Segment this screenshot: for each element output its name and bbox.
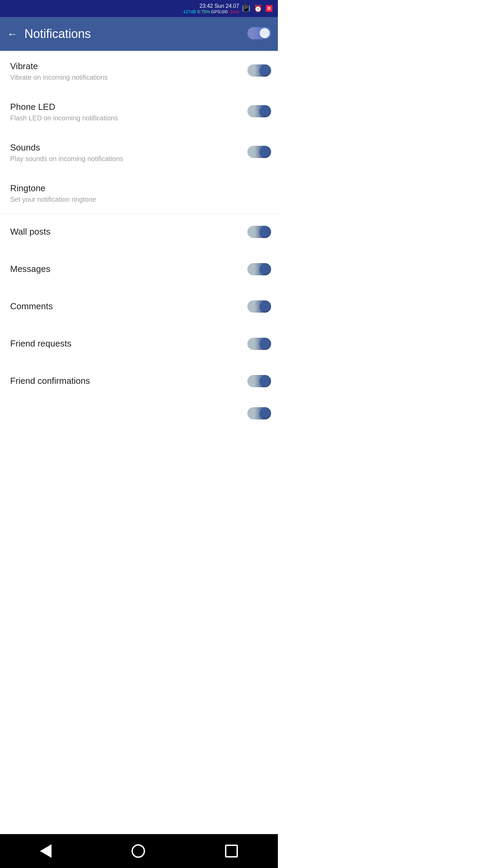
app-bar: ← Notifications: [0, 17, 278, 51]
toggle-friend-confirmations[interactable]: [247, 375, 271, 389]
settings-subtitle-phone-led: Flash LED on incoming notifications: [10, 114, 244, 122]
toggle-messages[interactable]: [247, 263, 271, 277]
master-toggle-switch[interactable]: [247, 27, 271, 39]
settings-item-sounds[interactable]: SoundsPlay sounds on incoming notificati…: [0, 132, 278, 173]
toggle-wall-posts[interactable]: [247, 226, 271, 239]
toggle-switch-friend-confirmations[interactable]: [247, 375, 271, 387]
bottom-partial-knob: [260, 408, 270, 418]
bottom-partial-toggle[interactable]: [247, 407, 271, 419]
settings-title-phone-led: Phone LED: [10, 102, 244, 112]
settings-item-content-wall-posts: Wall posts: [10, 226, 244, 239]
gps-info: GPS:0/0: [211, 9, 228, 15]
toggle-switch-wall-posts[interactable]: [247, 226, 271, 238]
settings-subtitle-ringtone: Set your notification ringtone: [10, 196, 271, 203]
status-icons: 📳 ⏰ R: [242, 4, 272, 13]
settings-title-friend-confirmations: Friend confirmations: [10, 376, 244, 386]
settings-item-content-friend-confirmations: Friend confirmations: [10, 376, 244, 388]
toggle-switch-phone-led[interactable]: [247, 105, 271, 117]
page-title: Notifications: [24, 27, 271, 41]
settings-title-friend-requests: Friend requests: [10, 338, 244, 349]
settings-item-content-comments: Comments: [10, 301, 244, 314]
settings-item-content-vibrate: VibrateVibrate on incoming notifications: [10, 61, 244, 81]
toggle-vibrate[interactable]: [247, 64, 271, 78]
toggle-phone-led[interactable]: [247, 105, 271, 119]
bottom-toggle-hint: [0, 400, 278, 428]
battery-status-icon: R: [266, 5, 272, 12]
settings-item-friend-confirmations[interactable]: Friend confirmations: [0, 363, 278, 400]
toggle-knob-vibrate: [260, 65, 270, 76]
toggle-knob-wall-posts: [260, 227, 270, 237]
settings-item-vibrate[interactable]: VibrateVibrate on incoming notifications: [0, 51, 278, 92]
vibrate-status-icon: 📳: [242, 4, 250, 13]
current-info: -1mA: [229, 9, 239, 15]
toggle-knob-friend-requests: [260, 339, 270, 349]
signal-db: -127dB: [182, 9, 196, 15]
settings-item-ringtone[interactable]: RingtoneSet your notification ringtone: [0, 173, 278, 214]
toggle-friend-requests[interactable]: [247, 338, 271, 351]
settings-title-vibrate: Vibrate: [10, 61, 244, 72]
settings-item-friend-requests[interactable]: Friend requests: [0, 326, 278, 363]
settings-item-wall-posts[interactable]: Wall posts: [0, 214, 278, 251]
toggle-switch-friend-requests[interactable]: [247, 338, 271, 350]
back-button[interactable]: ←: [7, 28, 18, 39]
settings-item-comments[interactable]: Comments: [0, 289, 278, 326]
toggle-knob-friend-confirmations: [260, 376, 270, 386]
toggle-comments[interactable]: [247, 300, 271, 314]
settings-list: VibrateVibrate on incoming notifications…: [0, 51, 278, 428]
settings-title-wall-posts: Wall posts: [10, 226, 244, 237]
settings-title-sounds: Sounds: [10, 142, 244, 153]
status-time: 23:42 Sun 24.07: [199, 3, 239, 9]
settings-item-phone-led[interactable]: Phone LEDFlash LED on incoming notificat…: [0, 92, 278, 132]
toggle-knob-comments: [260, 301, 270, 312]
toggle-switch-vibrate[interactable]: [247, 64, 271, 77]
settings-item-messages[interactable]: Messages: [0, 251, 278, 289]
settings-item-content-sounds: SoundsPlay sounds on incoming notificati…: [10, 142, 244, 163]
settings-title-messages: Messages: [10, 264, 244, 274]
battery-pct: S:75%: [197, 9, 210, 15]
settings-subtitle-sounds: Play sounds on incoming notifications: [10, 155, 244, 163]
status-bar: 23:42 Sun 24.07 -127dB S:75% GPS:0/0 -1m…: [0, 0, 278, 17]
settings-item-content-phone-led: Phone LEDFlash LED on incoming notificat…: [10, 102, 244, 122]
master-toggle[interactable]: [247, 27, 271, 41]
settings-title-comments: Comments: [10, 301, 244, 312]
settings-item-content-friend-requests: Friend requests: [10, 338, 244, 351]
toggle-switch-messages[interactable]: [247, 263, 271, 275]
toggle-knob-messages: [260, 264, 270, 274]
status-signal: -127dB S:75% GPS:0/0 -1mA: [182, 9, 239, 15]
toggle-knob-sounds: [260, 147, 270, 157]
settings-item-content-ringtone: RingtoneSet your notification ringtone: [10, 183, 271, 203]
settings-subtitle-vibrate: Vibrate on incoming notifications: [10, 74, 244, 81]
settings-title-ringtone: Ringtone: [10, 183, 271, 194]
toggle-knob-phone-led: [260, 106, 270, 116]
master-toggle-knob: [260, 28, 270, 38]
alarm-status-icon: ⏰: [254, 4, 262, 13]
toggle-switch-sounds[interactable]: [247, 146, 271, 158]
toggle-sounds[interactable]: [247, 146, 271, 159]
status-info: 23:42 Sun 24.07 -127dB S:75% GPS:0/0 -1m…: [182, 3, 239, 15]
settings-item-content-messages: Messages: [10, 264, 244, 276]
toggle-switch-comments[interactable]: [247, 300, 271, 313]
